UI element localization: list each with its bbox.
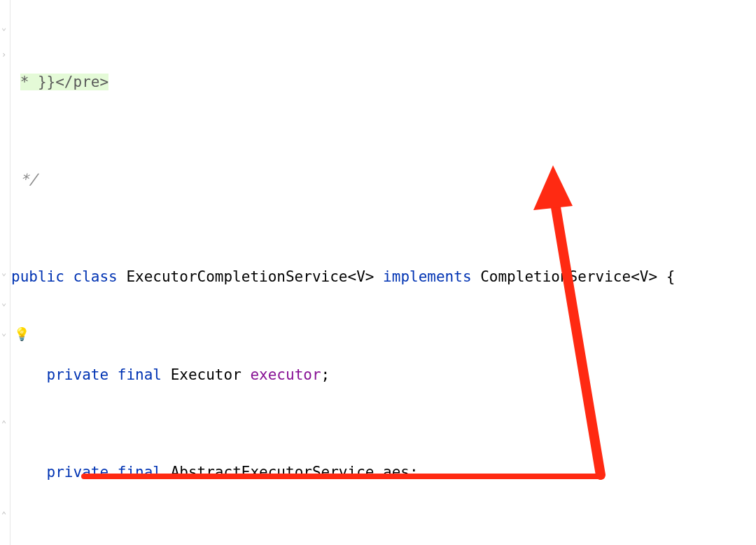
code-editor[interactable]: * }}</pre> */ public class ExecutorCompl… xyxy=(11,0,756,545)
fold-marker-icon[interactable]: ⌃ xyxy=(1,420,8,427)
code-line[interactable]: * }}</pre> xyxy=(11,67,756,97)
fold-marker-icon[interactable]: ⌄ xyxy=(1,329,8,336)
editor-gutter: ⌄ › ⌄ ⌄ ⌄ ⌃ ⌃ xyxy=(0,0,10,545)
javadoc-close: */ xyxy=(11,171,38,188)
code-line[interactable]: private final AbstractExecutorService ae… xyxy=(11,457,756,488)
javadoc-pre-end: * }}</pre> xyxy=(20,74,108,90)
fold-marker-icon[interactable]: › xyxy=(1,51,8,58)
code-line[interactable]: private final Executor executor; xyxy=(11,360,756,390)
fold-marker-icon[interactable]: ⌄ xyxy=(1,299,8,306)
fold-marker-icon[interactable]: ⌃ xyxy=(1,511,8,518)
code-line[interactable]: public class ExecutorCompletionService<V… xyxy=(11,262,756,292)
fold-marker-icon[interactable]: ⌄ xyxy=(1,24,8,31)
fold-marker-icon[interactable]: ⌄ xyxy=(1,269,8,276)
code-line[interactable]: */ xyxy=(11,165,756,195)
